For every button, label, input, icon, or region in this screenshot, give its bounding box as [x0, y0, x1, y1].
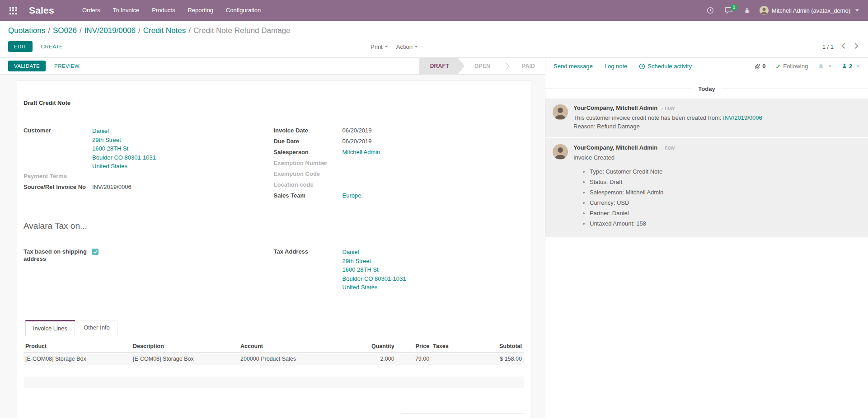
customer-address-line[interactable]: 29th Street — [92, 136, 156, 145]
action-menu[interactable]: Action — [396, 43, 418, 50]
status-step-draft[interactable]: DRAFT — [419, 58, 464, 74]
field-exemption-number: Exemption Number — [274, 158, 524, 169]
tax-address-line[interactable]: United States — [343, 283, 406, 292]
attachments-button[interactable]: 0 — [754, 63, 765, 70]
table-row[interactable]: [E-COM08] Storage Box [E-COM08] Storage … — [23, 353, 524, 365]
validate-button[interactable]: VALIDATE — [8, 61, 46, 71]
create-button[interactable]: CREATE — [35, 41, 69, 52]
col-product: Product — [23, 340, 131, 353]
field-location-code: Location code — [274, 179, 524, 190]
message-detail-list: Type: Customer Credit Note Status: Draft… — [573, 168, 859, 227]
status-step-open[interactable]: OPEN — [464, 58, 500, 74]
chevron-down-icon — [855, 9, 859, 11]
status-chevron-icon — [500, 58, 512, 74]
breadcrumb-credit-notes[interactable]: Credit Notes — [143, 26, 186, 35]
messages-icon[interactable]: 1 — [721, 5, 737, 16]
tax-address-line[interactable]: 1600 28TH St — [343, 265, 406, 274]
invoice-date-label: Invoice Date — [274, 125, 343, 136]
due-date-value: 06/20/2019 — [343, 136, 372, 147]
edit-button[interactable]: EDIT — [8, 41, 33, 52]
bug-icon[interactable] — [740, 5, 754, 16]
message-avatar — [553, 104, 568, 120]
nav-item-to-invoice[interactable]: To Invoice — [107, 0, 146, 21]
sales-team-label: Sales Team — [274, 190, 343, 201]
empty-row — [23, 365, 524, 377]
schedule-activity-button[interactable]: Schedule activity — [639, 63, 692, 70]
status-steps: DRAFT OPEN PAID — [419, 58, 545, 74]
pager-counter: 1 / 1 — [822, 43, 834, 50]
customer-address-line[interactable]: 1600 28TH St — [92, 144, 156, 153]
untaxed-amount-value: $ 158.00 — [482, 417, 524, 419]
user-avatar — [760, 6, 769, 15]
invoice-date-value: 06/20/2019 — [343, 125, 372, 136]
tab-invoice-lines[interactable]: Invoice Lines — [25, 320, 75, 336]
exemption-number-label: Exemption Number — [274, 158, 343, 169]
avalara-section-title: Avalara Tax on... — [23, 221, 524, 231]
customer-link[interactable]: Daniel — [92, 127, 156, 136]
tax-shipping-checkbox[interactable] — [92, 249, 99, 255]
paperclip-icon — [754, 63, 760, 70]
invoice-lines-table: Product Description Account Quantity Pri… — [23, 340, 524, 400]
user-name: Mitchell Admin (avatax_demo) — [772, 7, 850, 14]
due-date-label: Due Date — [274, 136, 343, 147]
nav-item-configuration[interactable]: Configuration — [220, 0, 267, 21]
empty-row — [23, 388, 524, 400]
field-tax-based-on-shipping: Tax based on shipping address — [23, 246, 274, 263]
activities-clock-icon[interactable] — [703, 5, 718, 16]
tax-address-line[interactable]: 29th Street — [343, 257, 406, 266]
chevron-down-icon — [385, 46, 388, 47]
source-invoice-value: INV/2019/0006 — [92, 182, 131, 193]
field-customer: Customer Daniel 29th Street 1600 28TH St… — [23, 125, 274, 171]
col-subtotal: Subtotal — [474, 340, 524, 353]
tax-address-label: Tax Address — [274, 246, 343, 257]
form-scroll-area[interactable]: Draft Credit Note Customer Daniel 29th S… — [0, 75, 545, 418]
tax-address: Daniel 29th Street 1600 28TH St Boulder … — [343, 246, 406, 292]
customer-label: Customer — [23, 125, 92, 136]
cell-subtotal: $ 158.00 — [474, 353, 524, 365]
chatter-toolbar: Send message Log note Schedule activity … — [545, 58, 868, 75]
nav-item-orders[interactable]: Orders — [76, 0, 107, 21]
following-button[interactable]: ✓ Following — [775, 63, 808, 70]
notification-bell-button[interactable] — [818, 63, 832, 70]
preview-button[interactable]: PREVIEW — [48, 61, 85, 71]
form-statusbar: VALIDATE PREVIEW DRAFT OPEN PAID — [0, 58, 545, 75]
pager-next-button[interactable] — [854, 42, 860, 51]
log-note-button[interactable]: Log note — [605, 63, 628, 70]
breadcrumb-invoice[interactable]: INV/2019/0006 — [84, 26, 136, 35]
person-icon — [842, 63, 847, 69]
date-divider-label: Today — [692, 85, 721, 92]
tax-address-line[interactable]: Boulder CO 80301-1031 — [343, 274, 406, 283]
tax-address-link[interactable]: Daniel — [343, 248, 406, 257]
apps-grid-icon[interactable] — [7, 5, 19, 16]
field-sales-team: Sales Team Europe — [274, 190, 524, 201]
message-timestamp: - now — [662, 145, 675, 151]
status-step-paid[interactable]: PAID — [512, 58, 545, 74]
salesperson-link[interactable]: Mitchell Admin — [343, 149, 380, 155]
breadcrumb-separator: / — [77, 26, 84, 35]
breadcrumb-quotations[interactable]: Quotations — [8, 26, 45, 35]
customer-address-line[interactable]: United States — [92, 162, 156, 171]
pager-previous-button[interactable] — [840, 42, 846, 51]
breadcrumb-current: Credit Note Refund Damage — [193, 26, 291, 35]
field-salesperson: Salesperson Mitchell Admin — [274, 147, 524, 158]
nav-item-reporting[interactable]: Reporting — [181, 0, 219, 21]
exemption-code-label: Exemption Code — [274, 169, 343, 179]
tab-other-info[interactable]: Other Info — [76, 320, 117, 336]
print-menu[interactable]: Print — [371, 43, 388, 50]
sales-team-link[interactable]: Europe — [343, 192, 361, 199]
message-detail-item: Currency: USD — [590, 199, 859, 206]
sheet-title: Draft Credit Note — [23, 99, 524, 106]
chevron-down-icon — [828, 66, 832, 67]
send-message-button[interactable]: Send message — [554, 63, 593, 70]
followers-button[interactable]: 2 — [842, 63, 860, 70]
user-menu[interactable]: Mitchell Admin (avatax_demo) — [758, 6, 861, 15]
navbar-right: 1 Mitchell Admin (avatax_demo) — [703, 5, 861, 16]
customer-address-line[interactable]: Boulder CO 80301-1031 — [92, 153, 156, 162]
bell-icon — [818, 63, 824, 70]
date-divider: Today — [545, 85, 868, 92]
totals-block: Untaxed Amount: $ 158.00 Tax: $ 12.42 To… — [401, 414, 524, 419]
message-invoice-link[interactable]: INV/2019/0006 — [723, 114, 762, 121]
nav-item-products[interactable]: Products — [145, 0, 181, 21]
breadcrumb-so026[interactable]: SO026 — [53, 26, 77, 35]
chatter-message: YourCompany, Mitchell Admin - now This c… — [545, 99, 868, 137]
